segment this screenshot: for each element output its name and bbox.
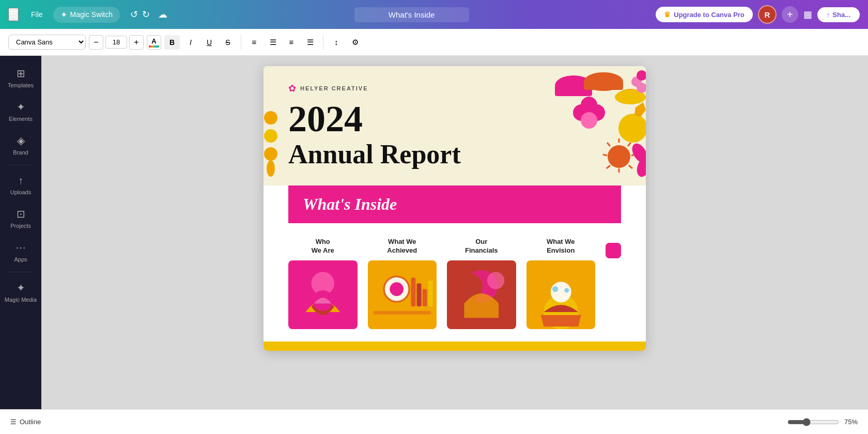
user-avatar[interactable]: R (758, 5, 777, 24)
templates-icon: ⊞ (17, 67, 25, 80)
svg-point-44 (564, 288, 569, 292)
redo-button[interactable]: ↻ (142, 9, 150, 20)
sidebar-divider-2 (8, 272, 34, 272)
magic-media-label: Magic Media (5, 297, 37, 303)
content-card-achieved: What WeAchieved (368, 238, 437, 329)
underline-button[interactable]: U (202, 35, 217, 50)
canvas-wrapper: ✿ HELYER CREATIVE 2024 Annual Report (264, 66, 646, 351)
content-card-who-we-are: WhoWe Are (288, 238, 358, 329)
card-image-goals (606, 243, 621, 258)
svg-line-16 (628, 143, 631, 146)
sidebar-item-apps[interactable]: ⋯ Apps (2, 236, 39, 268)
font-size-increase-button[interactable]: + (129, 35, 144, 50)
magic-media-icon: ✦ (17, 282, 25, 294)
magic-switch-icon: ✦ (60, 10, 67, 20)
card-title-who-we-are: WhoWe Are (312, 238, 334, 255)
svg-point-3 (267, 160, 275, 177)
undo-button[interactable]: ↺ (130, 9, 138, 20)
card-title-envision: What WeEnvision (547, 238, 575, 255)
document-title-input[interactable] (354, 7, 469, 22)
header-center (174, 7, 649, 22)
svg-line-22 (607, 143, 610, 146)
bottom-yellow-strip (264, 342, 646, 351)
elements-icon: ✦ (17, 101, 25, 113)
formatting-toolbar: Canva Sans − + A B I U S ≡ ☰ ≡ ☰ ↕ ⚙ (0, 29, 868, 56)
toolbar-divider-1 (241, 35, 241, 50)
file-button[interactable]: File (27, 8, 47, 21)
header-right: ♛ Upgrade to Canva Pro R + ▦ ↑ Sha... (656, 5, 860, 24)
sidebar-item-elements[interactable]: ✦ Elements (2, 96, 39, 127)
sidebar-item-uploads[interactable]: ↑ Uploads (2, 169, 39, 200)
brand-name: HELYER CREATIVE (300, 85, 368, 91)
apps-label: Apps (14, 256, 27, 262)
outline-button[interactable]: ☰ Outline (10, 418, 41, 426)
svg-rect-36 (428, 281, 432, 306)
svg-rect-7 (584, 82, 623, 90)
main-area: ⊞ Templates ✦ Elements ◈ Brand ↑ Uploads… (0, 56, 868, 409)
card-title-achieved: What WeAchieved (387, 238, 417, 255)
svg-point-43 (552, 286, 558, 292)
zoom-slider[interactable] (787, 418, 839, 426)
save-cloud-icon: ☁ (158, 9, 167, 20)
sidebar-item-magic-media[interactable]: ✦ Magic Media (2, 276, 39, 308)
color-bar (149, 45, 159, 48)
more-text-options-button[interactable]: ⚙ (347, 35, 363, 50)
analytics-icon[interactable]: ▦ (803, 9, 812, 20)
canvas-area[interactable]: ✿ HELYER CREATIVE 2024 Annual Report (41, 56, 868, 409)
svg-line-20 (607, 165, 610, 168)
strikethrough-button[interactable]: S (220, 35, 236, 50)
align-justify-button[interactable]: ☰ (302, 35, 318, 50)
share-icon: ↑ (827, 11, 830, 19)
svg-point-0 (264, 111, 277, 125)
hamburger-button[interactable]: ☰ (8, 8, 19, 21)
add-collaborator-button[interactable]: + (782, 6, 798, 23)
brand-label: Brand (13, 149, 28, 156)
right-decoration (527, 66, 646, 180)
apps-icon: ⋯ (16, 241, 26, 254)
svg-line-21 (603, 154, 607, 156)
sidebar-divider (8, 165, 34, 165)
card-image-achieved (368, 260, 437, 330)
whats-inside-section: What's Inside WhoWe Are (264, 185, 646, 342)
projects-icon: ⊡ (17, 208, 25, 220)
sidebar-item-brand[interactable]: ◈ Brand (2, 129, 39, 161)
svg-point-40 (487, 272, 504, 289)
magic-switch-label: Magic Switch (70, 10, 113, 19)
svg-line-18 (629, 165, 632, 168)
magic-switch-button[interactable]: ✦ Magic Switch (53, 7, 120, 23)
card-image-who-we-are (288, 260, 358, 330)
uploads-icon: ↑ (18, 175, 23, 187)
whats-inside-banner: What's Inside (288, 185, 621, 223)
left-sidebar: ⊞ Templates ✦ Elements ◈ Brand ↑ Uploads… (0, 56, 41, 409)
uploads-label: Uploads (10, 189, 31, 195)
font-size-decrease-button[interactable]: − (89, 35, 103, 50)
sidebar-item-projects[interactable]: ⊡ Projects (2, 203, 39, 234)
share-button[interactable]: ↑ Sha... (817, 7, 860, 22)
left-decoration (264, 107, 279, 182)
align-center-button[interactable]: ☰ (265, 35, 281, 50)
crown-icon: ♛ (664, 10, 671, 19)
upgrade-button[interactable]: ♛ Upgrade to Canva Pro (656, 7, 753, 22)
content-card-envision: What WeEnvision (526, 238, 596, 329)
zoom-value: 75% (844, 418, 858, 426)
svg-marker-25 (634, 102, 646, 117)
font-size-input[interactable] (105, 36, 127, 49)
bold-button[interactable]: B (164, 35, 180, 50)
font-size-control: − + (89, 35, 144, 50)
line-spacing-button[interactable]: ↕ (329, 35, 344, 50)
italic-button[interactable]: I (183, 35, 198, 50)
toolbar-divider-2 (323, 35, 323, 50)
svg-rect-37 (374, 311, 431, 315)
align-right-button[interactable]: ≡ (284, 35, 299, 50)
report-header-section: ✿ HELYER CREATIVE 2024 Annual Report (264, 66, 646, 185)
content-card-goals (606, 238, 621, 329)
svg-rect-45 (606, 243, 621, 258)
top-header: ☰ File ✦ Magic Switch ↺ ↻ ☁ ♛ Upgrade to… (0, 0, 868, 29)
text-color-button[interactable]: A (147, 35, 161, 50)
font-family-select[interactable]: Canva Sans (8, 35, 86, 50)
svg-rect-34 (416, 283, 421, 306)
align-left-button[interactable]: ≡ (246, 35, 262, 50)
sidebar-item-templates[interactable]: ⊞ Templates (2, 62, 39, 94)
content-card-financials: OurFinancials (447, 238, 516, 329)
bottom-bar: ☰ Outline 75% (0, 409, 868, 434)
